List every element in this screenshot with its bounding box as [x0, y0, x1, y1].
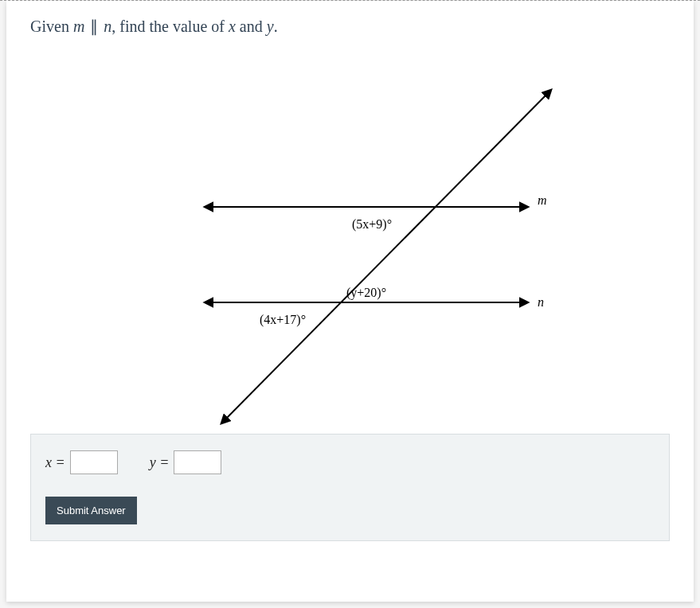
parallel-symbol: ∥ [88, 17, 100, 36]
submit-button[interactable]: Submit Answer [45, 497, 137, 524]
answer-row: x = y = [45, 450, 655, 474]
angle-label-3: (4x+17)° [260, 313, 306, 327]
y-label: y = [150, 454, 170, 471]
var-m: m [73, 18, 84, 35]
var-n: n [104, 18, 111, 35]
answer-panel: x = y = Submit Answer [30, 434, 670, 541]
angle-label-2: (y+20)° [346, 286, 386, 300]
var-y: y [267, 18, 274, 35]
transversal-line [223, 92, 549, 422]
x-input[interactable] [70, 450, 118, 474]
y-input[interactable] [174, 450, 221, 474]
geometry-diagram: m n (5x+9)° (y+20)° (4x+17)° [30, 44, 670, 434]
var-x: x [229, 18, 236, 35]
angle-label-1: (5x+9)° [352, 217, 392, 232]
text-and: and [236, 18, 267, 35]
line-n-label: n [538, 295, 544, 309]
problem-statement: Given m ∥ n, find the value of x and y. [30, 17, 670, 36]
text-period: . [274, 18, 278, 35]
x-label: x = [45, 454, 65, 471]
problem-container: Given m ∥ n, find the value of x and y. … [6, 1, 694, 602]
y-answer-group: y = [150, 450, 222, 474]
diagram-svg: m n (5x+9)° (y+20)° (4x+17)° [127, 44, 573, 426]
text-given: Given [30, 18, 73, 35]
line-m-label: m [538, 193, 547, 207]
x-answer-group: x = [45, 450, 118, 474]
text-find: , find the value of [111, 18, 229, 35]
